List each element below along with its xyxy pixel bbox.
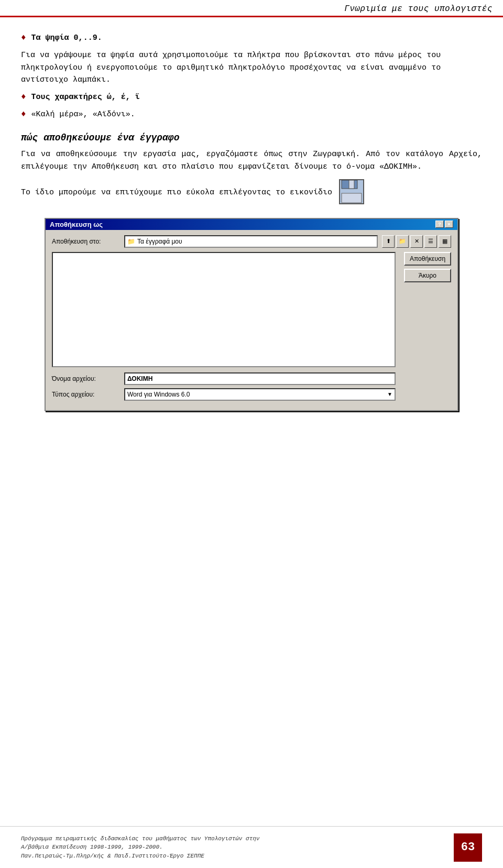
bullet-section-1: ♦ Τα ψηφία 0,..9. Για να γράψουμε τα ψηφ…	[21, 32, 482, 121]
filetype-value: Word για Windows 6.0	[127, 391, 190, 398]
bullet-item-2: Για να γράψουμε τα ψηφία αυτά χρησιμοποι…	[21, 49, 482, 86]
dialog-toolbar: ⬆ 📁 ✕ ☰ ▦	[382, 235, 451, 248]
paragraph-1: Για να αποθηκεύσουμε την εργασία μας, ερ…	[21, 148, 482, 173]
toolbar-btn-delete[interactable]: ✕	[410, 235, 423, 248]
page-header: Γνωριμία με τους υπολογιστές	[0, 0, 503, 17]
filename-row: Όνομα αρχείου: ΔΟΚΙΜΗ	[52, 372, 396, 385]
toolbar-btn-up[interactable]: ⬆	[382, 235, 395, 248]
page-number: 63	[461, 841, 475, 854]
dialog-question-button[interactable]: ?	[435, 221, 444, 228]
folder-icon-small: 📁	[127, 238, 135, 245]
section-heading: πώς αποθηκεύουμε ένα έγγραφο	[21, 133, 482, 143]
bullet-item-1: ♦ Τα ψηφία 0,..9.	[21, 32, 482, 44]
footer-text: Πρόγραμμα πειραματικής διδασκαλίας του μ…	[21, 834, 259, 861]
svg-rect-2	[349, 180, 354, 189]
floppy-disk-icon	[338, 179, 365, 207]
save-location-row: Αποθήκευση στο: 📁 Τα έγγραφά μου ⬆ 📁 ✕ ☰…	[52, 235, 451, 248]
main-content: ♦ Τα ψηφία 0,..9. Για να γράψουμε τα ψηφ…	[0, 17, 503, 430]
save-button[interactable]: Αποθήκευση	[404, 252, 451, 266]
filetype-row: Τύπος αρχείου: Word για Windows 6.0 ▼	[52, 388, 396, 401]
bullet-3-text: Τους χαρακτήρες ώ, έ, ϊ	[31, 91, 140, 103]
toolbar-btn-list[interactable]: ☰	[424, 235, 437, 248]
diamond-icon-2: ♦	[21, 92, 26, 102]
dialog-body: Αποθήκευση στο: 📁 Τα έγγραφά μου ⬆ 📁 ✕ ☰…	[46, 230, 457, 410]
footer-line1: Πρόγραμμα πειραματικής διδασκαλίας του μ…	[21, 834, 259, 843]
dialog-title: Αποθήκευση ως	[50, 221, 103, 228]
bullet-4-text: «Καλή μέρα», «Αϊδόνι».	[31, 108, 135, 120]
cancel-button[interactable]: Άκυρο	[404, 269, 451, 282]
file-area	[52, 252, 396, 367]
header-title: Γνωριμία με τους υπολογιστές	[344, 4, 493, 14]
dialog-content-area: Όνομα αρχείου: ΔΟΚΙΜΗ Τύπος αρχείου: Wor…	[52, 252, 451, 404]
page-footer: Πρόγραμμα πειραματικής διδασκαλίας του μ…	[0, 826, 503, 868]
page-number-badge: 63	[454, 833, 482, 862]
filename-value: ΔΟΚΙΜΗ	[127, 375, 152, 382]
dialog-titlebar: Αποθήκευση ως ? ×	[46, 219, 457, 230]
footer-line2: Α/βάθμια Εκπαίδευση 1998-1999, 1999-2000…	[21, 843, 259, 852]
footer-line3: Παν.Πειραιώς-Τμ.Πληρ/κής & Παιδ.Ινστιτού…	[21, 852, 259, 861]
paragraph-2-prefix: Το ίδιο μπορούμε να επιτύχουμε πιο εύκολ…	[21, 186, 332, 199]
filename-input[interactable]: ΔΟΚΙΜΗ	[124, 372, 396, 385]
dialog-main-col: Όνομα αρχείου: ΔΟΚΙΜΗ Τύπος αρχείου: Wor…	[52, 252, 396, 404]
diamond-icon-1: ♦	[21, 33, 26, 42]
page-container: Γνωριμία με τους υπολογιστές ♦ Τα ψηφία …	[0, 0, 503, 868]
filetype-select[interactable]: Word για Windows 6.0 ▼	[124, 388, 396, 401]
svg-rect-3	[342, 193, 362, 203]
save-dialog: Αποθήκευση ως ? × Αποθήκευση στο: 📁 Τα έ…	[45, 218, 458, 411]
bullet-item-3: ♦ Τους χαρακτήρες ώ, έ, ϊ	[21, 91, 482, 103]
diamond-icon-3: ♦	[21, 109, 26, 119]
filetype-label: Τύπος αρχείου:	[52, 391, 120, 398]
save-location-input[interactable]: 📁 Τα έγγραφά μου	[124, 235, 378, 248]
titlebar-buttons: ? ×	[435, 221, 453, 228]
toolbar-btn-new[interactable]: 📁	[396, 235, 409, 248]
filename-label: Όνομα αρχείου:	[52, 375, 120, 382]
dialog-actions-col: Αποθήκευση Άκυρο	[404, 252, 451, 404]
save-location-label: Αποθήκευση στο:	[52, 238, 120, 245]
select-arrow-icon: ▼	[387, 391, 392, 397]
toolbar-btn-details[interactable]: ▦	[439, 235, 451, 248]
bullet-1-text: Τα ψηφία 0,..9.	[31, 32, 102, 44]
paragraph-2-row: Το ίδιο μπορούμε να επιτύχουμε πιο εύκολ…	[21, 179, 482, 207]
bullet-item-4: ♦ «Καλή μέρα», «Αϊδόνι».	[21, 108, 482, 120]
dialog-close-button[interactable]: ×	[445, 221, 453, 228]
save-location-value: Τα έγγραφά μου	[137, 238, 182, 245]
bullet-1-body: Για να γράψουμε τα ψηφία αυτά χρησιμοποι…	[21, 49, 482, 86]
